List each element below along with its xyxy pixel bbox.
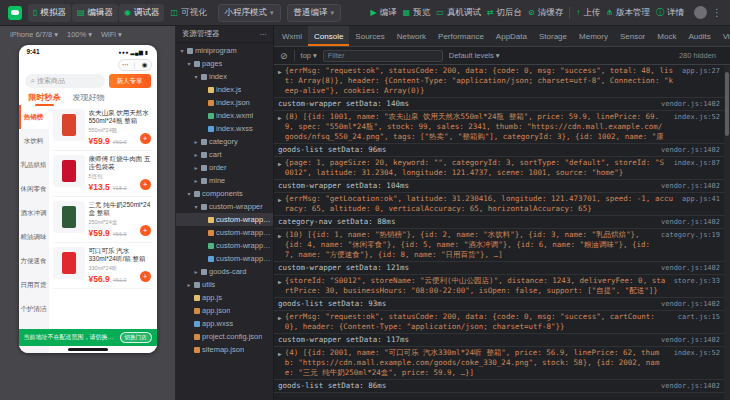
details-button[interactable]: ⓘ详情 [656, 7, 684, 19]
tree-folder-goods-card[interactable]: ▸goods-card [176, 265, 273, 278]
upload-button[interactable]: ↑上传 [576, 7, 600, 19]
category-item[interactable]: 日用百货 [19, 273, 49, 297]
expand-icon[interactable]: ▶ [278, 195, 282, 205]
tab-storage[interactable]: Storage [533, 26, 573, 46]
tab-visualization[interactable]: Visualization [717, 26, 730, 46]
source-link[interactable]: category.js:19 [661, 230, 720, 240]
source-link[interactable]: vendor.js:1402 [661, 217, 720, 227]
context-select[interactable]: top ▾ [301, 51, 317, 60]
debugger-toggle[interactable]: ◉调试器 [119, 4, 164, 22]
clear-cache-button[interactable]: ⊘清缓存 [528, 7, 563, 19]
category-item[interactable]: 乳品烘焙 [19, 153, 49, 177]
add-to-cart-button[interactable]: + [140, 225, 151, 236]
tree-folder-order[interactable]: ▸order [176, 161, 273, 174]
scrollbar-thumb[interactable] [725, 72, 729, 136]
more-icon[interactable]: ⋯ [122, 61, 129, 69]
source-link[interactable]: index.js:52 [674, 112, 720, 122]
clear-console-icon[interactable]: ⊘ [280, 51, 288, 61]
category-item[interactable]: 热销榜 [19, 105, 49, 129]
expand-icon[interactable]: ▶ [278, 159, 282, 169]
exit-icon[interactable]: ◉ [142, 61, 148, 69]
network-select[interactable]: WiFi ▾ [101, 30, 122, 39]
tree-folder-custom-wrapper[interactable]: ▾custom-wrapper [176, 200, 273, 213]
add-to-cart-button[interactable]: + [140, 179, 151, 190]
console-log-entry[interactable]: ▶(8) [{id: 1001, name: "农夫山泉 饮用天然水550ml*… [274, 111, 730, 144]
console-log-entry[interactable]: ▶{page: 1, pageSize: 20, keyword: "", ca… [274, 157, 730, 180]
device-select[interactable]: iPhone 6/7/8 ▾ [10, 30, 58, 39]
tree-folder-miniprogram[interactable]: ▾miniprogram [176, 44, 273, 57]
version-control-button[interactable]: ⋔版本管理 [606, 7, 650, 19]
compile-button[interactable]: ▶编译 [371, 7, 397, 19]
tab-network[interactable]: Network [391, 26, 432, 46]
source-link[interactable]: vendor.js:1402 [661, 145, 720, 155]
tab-mock[interactable]: Mock [651, 26, 682, 46]
source-link[interactable]: vendor.js:1402 [661, 181, 720, 191]
console-log-entry[interactable]: ▶(10) [{id: 1, name: "热销榜"}, {id: 2, nam… [274, 229, 730, 262]
zoom-select[interactable]: 100% ▾ [67, 30, 92, 39]
console-timing-entry[interactable]: custom-wrapper setData: 117msvendor.js:1… [274, 334, 730, 347]
source-link[interactable]: store.js:33 [674, 276, 720, 286]
simulator-toggle[interactable]: ▯模拟器 [28, 4, 71, 22]
tree-folder-cart[interactable]: ▸cart [176, 148, 273, 161]
tab-audits[interactable]: Audits [682, 26, 716, 46]
product-card[interactable]: 三元 纯牛奶250ml*24盒 整箱250ml*24盒¥59.9¥66.9+ [53, 197, 153, 243]
visualization-toggle[interactable]: ◫可视化 [165, 4, 211, 22]
tab-sensor[interactable]: Sensor [614, 26, 651, 46]
tab-wxml[interactable]: Wxml [276, 26, 308, 46]
product-card[interactable]: 农夫山泉 饮用天然水550ml*24瓶 整箱550ml*24瓶¥59.9¥69.… [53, 105, 153, 151]
console-timing-entry[interactable]: goods-list setData: 96msvendor.js:1402 [274, 144, 730, 157]
tree-folder-mine[interactable]: ▸mine [176, 174, 273, 187]
add-to-cart-button[interactable]: + [140, 271, 151, 282]
source-link[interactable]: index.js:52 [674, 348, 720, 358]
source-link[interactable]: vendor.js:1402 [661, 299, 720, 309]
console-timing-entry[interactable]: category-nav setData: 88msvendor.js:1402 [274, 216, 730, 229]
expand-icon[interactable]: ▶ [278, 67, 282, 77]
expand-icon[interactable]: ▶ [278, 313, 282, 323]
tree-folder-utils[interactable]: ▸utils [176, 278, 273, 291]
preview-button[interactable]: ▦预览 [403, 7, 431, 19]
category-item[interactable]: 方便速食 [19, 249, 49, 273]
tab-flash-sale[interactable]: 限时秒杀 [29, 92, 61, 105]
console-timing-entry[interactable]: goods-list setData: 93msvendor.js:1402 [274, 298, 730, 311]
source-link[interactable]: vendor.js:1402 [661, 381, 720, 391]
explorer-more-icon[interactable]: ⋯ [260, 30, 268, 39]
expand-icon[interactable]: ▶ [278, 349, 282, 359]
tab-memory[interactable]: Memory [573, 26, 614, 46]
source-link[interactable]: vendor.js:1402 [661, 263, 720, 273]
tree-folder-pages[interactable]: ▾pages [176, 57, 273, 70]
tab-performance[interactable]: Performance [432, 26, 490, 46]
product-card[interactable]: 康师傅 红烧牛肉面 五连包袋装5连包¥13.5¥15.0+ [53, 151, 153, 197]
tree-file-app.wxss[interactable]: app.wxss [176, 317, 273, 330]
console-log-entry[interactable]: ▶(4) [{id: 2001, name: "可口可乐 汽水330ml*24听… [274, 347, 730, 380]
tree-file-custom-wrapper.js[interactable]: custom-wrapper.js [176, 213, 273, 226]
tree-file-project.config.json[interactable]: project.config.json [176, 330, 273, 343]
tree-file-index.wxss[interactable]: index.wxss [176, 122, 273, 135]
category-item[interactable]: 粮油调味 [19, 225, 49, 249]
log-level-select[interactable]: Default levels ▾ [449, 51, 500, 60]
switch-store-button[interactable]: 切换门店 [120, 332, 152, 343]
tree-file-app.js[interactable]: app.js [176, 291, 273, 304]
expand-icon[interactable]: ▶ [278, 277, 282, 287]
product-card[interactable]: 可口可乐 汽水330ml*24听/箱 整箱330ml*24听¥56.9¥62.0… [53, 243, 153, 289]
tab-console[interactable]: Console [308, 26, 349, 46]
add-to-cart-button[interactable]: + [140, 133, 151, 144]
background-switch-button[interactable]: ⇄切后台 [487, 7, 522, 19]
source-link[interactable]: vendor.js:1402 [661, 99, 720, 109]
capsule-menu[interactable]: ⋯◉ [118, 59, 152, 71]
console-timing-entry[interactable]: custom-wrapper setData: 104msvendor.js:1… [274, 180, 730, 193]
remote-debug-button[interactable]: ▭真机调试 [436, 7, 481, 19]
tree-file-custom-wrapper.wxml[interactable]: custom-wrapper.wxml [176, 239, 273, 252]
source-link[interactable]: app.js:41 [682, 194, 720, 204]
source-link[interactable]: vendor.js:1402 [661, 335, 720, 345]
promo-banner[interactable]: 新人专享 [109, 74, 151, 88]
search-input[interactable]: ⌕搜索商品 [25, 74, 105, 88]
tree-file-index.json[interactable]: index.json [176, 96, 273, 109]
tab-appdata[interactable]: AppData [490, 26, 533, 46]
console-log-entry[interactable]: ▶{errMsg: "request:ok", statusCode: 200,… [274, 65, 730, 98]
category-item[interactable]: 水饮料 [19, 129, 49, 153]
avatar[interactable] [694, 6, 707, 19]
kebab-icon[interactable]: ⋮ [712, 7, 722, 18]
tree-file-app.json[interactable]: app.json [176, 304, 273, 317]
tab-sources[interactable]: Sources [349, 26, 390, 46]
tree-file-custom-wrapper.wxss[interactable]: custom-wrapper.wxss [176, 252, 273, 265]
